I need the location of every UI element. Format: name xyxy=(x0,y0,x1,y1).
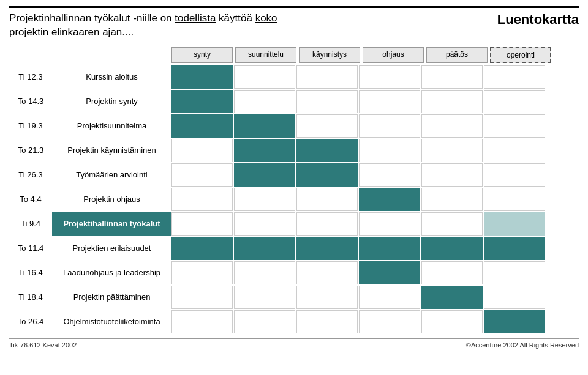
grid-cell xyxy=(421,163,483,187)
grid-cell xyxy=(172,114,233,138)
grid-cell xyxy=(234,310,295,333)
row-cells xyxy=(172,90,579,113)
grid-cell xyxy=(234,286,295,309)
grid-cell xyxy=(234,212,295,236)
grid-cell xyxy=(484,237,545,260)
grid-cell xyxy=(234,65,295,89)
table-row: To 4.4Projektin ohjaus xyxy=(9,188,579,211)
row-label: Projektin päättäminen xyxy=(52,286,172,309)
page-container: Projektinhallinnan työkalut -niille on t… xyxy=(0,0,588,375)
footer: Tik-76.612 Kevät 2002 ©Accenture 2002 Al… xyxy=(9,338,579,349)
grid-cell xyxy=(359,114,420,138)
table-row: Ti 18.4Projektin päättäminen xyxy=(9,286,579,309)
row-date: To 4.4 xyxy=(9,188,52,211)
row-date: To 11.4 xyxy=(9,237,52,260)
grid-section: Ti 12.3Kurssin aloitusTo 14.3Projektin s… xyxy=(9,65,579,333)
row-cells xyxy=(172,261,579,284)
col-header-synty: synty xyxy=(172,47,233,63)
grid-cell xyxy=(421,139,483,162)
grid-cell xyxy=(172,310,233,333)
grid-cell xyxy=(234,261,295,284)
footer-right: ©Accenture 2002 All Rights Reserved xyxy=(466,341,579,349)
row-date: Ti 16.4 xyxy=(9,261,52,284)
col-header-ohjaus: ohjaus xyxy=(363,47,424,63)
grid-cell xyxy=(421,261,483,284)
page-title: Luentokartta xyxy=(497,12,579,28)
grid-cell xyxy=(359,212,420,236)
grid-cell xyxy=(484,310,545,333)
footer-left: Tik-76.612 Kevät 2002 xyxy=(9,341,77,349)
header-top: Projektinhallinnan työkalut -niille on t… xyxy=(9,12,579,40)
col-headers-row: synty suunnittelu käynnistys ohjaus päät… xyxy=(172,47,579,63)
grid-cell xyxy=(421,114,483,138)
main-title: Projektinhallinnan työkalut -niille on t… xyxy=(9,12,309,40)
grid-cell xyxy=(484,65,545,89)
grid-cell xyxy=(172,65,233,89)
grid-cell xyxy=(172,212,233,236)
grid-cell xyxy=(359,286,420,309)
grid-cell xyxy=(484,90,545,113)
grid-cell xyxy=(421,237,483,260)
row-date: Ti 26.3 xyxy=(9,163,52,187)
col-header-suunnittelu: suunnittelu xyxy=(235,47,296,63)
grid-cell xyxy=(484,212,545,236)
main-title-text1: Projektinhallinnan työkalut -niille on xyxy=(9,12,175,24)
grid-cell xyxy=(296,163,358,187)
main-title-underline2: koko xyxy=(255,12,277,24)
row-label: Työmäärien arviointi xyxy=(52,163,172,187)
col-header-operointi: operointi xyxy=(490,47,551,63)
grid-cell xyxy=(359,188,420,211)
col-header-paatos: päätös xyxy=(426,47,488,63)
grid-cell xyxy=(359,139,420,162)
grid-cell xyxy=(172,261,233,284)
grid-cell xyxy=(172,237,233,260)
row-label: Projektin käynnistäminen xyxy=(52,139,172,162)
row-label: Laadunohjaus ja leadership xyxy=(52,261,172,284)
row-label: Ohjelmistotuoteliiketoiminta xyxy=(52,310,172,333)
row-date: To 21.3 xyxy=(9,139,52,162)
row-cells xyxy=(172,188,579,211)
row-date: Ti 12.3 xyxy=(9,65,52,89)
row-date: Ti 18.4 xyxy=(9,286,52,309)
row-label: Projektin ohjaus xyxy=(52,188,172,211)
grid-cell xyxy=(359,163,420,187)
grid-cell xyxy=(484,114,545,138)
grid-cell xyxy=(172,139,233,162)
grid-cell xyxy=(296,261,358,284)
row-date: To 26.4 xyxy=(9,310,52,333)
grid-cell xyxy=(421,212,483,236)
col-header-kaynnistys: käynnistys xyxy=(299,47,360,63)
grid-cell xyxy=(172,286,233,309)
grid-cell xyxy=(296,65,358,89)
table-row: Ti 16.4Laadunohjaus ja leadership xyxy=(9,261,579,284)
top-bar xyxy=(9,6,579,8)
grid-cell xyxy=(296,286,358,309)
grid-cell xyxy=(172,163,233,187)
grid-cell xyxy=(484,286,545,309)
table-row: To 21.3Projektin käynnistäminen xyxy=(9,139,579,162)
row-label: Projektisuunnitelma xyxy=(52,114,172,138)
grid-cell xyxy=(421,90,483,113)
main-title-text3: projektin elinkaaren ajan.... xyxy=(9,26,134,38)
grid-cell xyxy=(234,188,295,211)
row-date: Ti 9.4 xyxy=(9,212,52,236)
grid-cell xyxy=(296,212,358,236)
row-date: Ti 19.3 xyxy=(9,114,52,138)
row-cells xyxy=(172,310,579,333)
grid-cell xyxy=(234,237,295,260)
row-cells xyxy=(172,212,579,236)
grid-cell xyxy=(296,139,358,162)
table-row: To 11.4Projektien erilaisuudet xyxy=(9,237,579,260)
title-block: Projektinhallinnan työkalut -niille on t… xyxy=(9,12,309,40)
grid-cell xyxy=(421,310,483,333)
grid-cell xyxy=(234,114,295,138)
grid-cell xyxy=(234,163,295,187)
grid-cell xyxy=(359,90,420,113)
grid-cell xyxy=(421,188,483,211)
main-title-underline1: todellista xyxy=(175,12,216,24)
grid-cell xyxy=(359,237,420,260)
row-cells xyxy=(172,286,579,309)
table-row: To 26.4Ohjelmistotuoteliiketoiminta xyxy=(9,310,579,333)
row-label: Projektin synty xyxy=(52,90,172,113)
grid-cell xyxy=(296,310,358,333)
